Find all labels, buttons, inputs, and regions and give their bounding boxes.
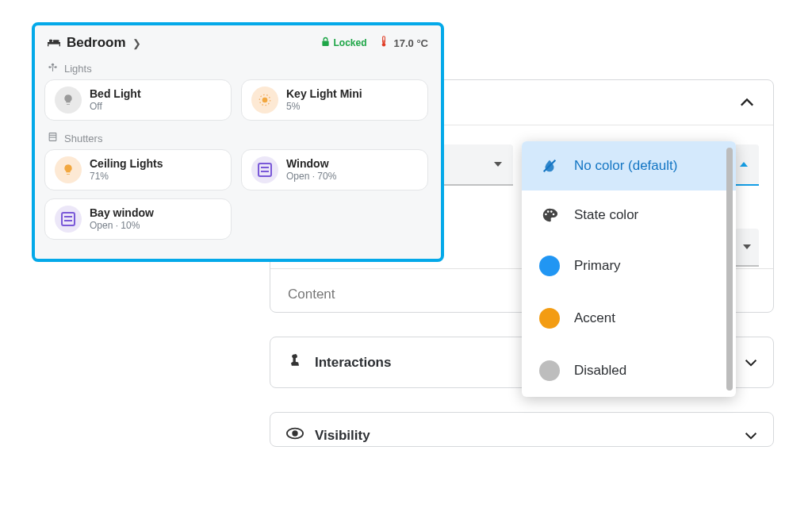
option-label: No color (default) (574, 158, 677, 174)
tile-title: Bay window (90, 206, 154, 219)
shutter-icon (251, 156, 278, 183)
bulb-on-icon (55, 156, 82, 183)
shutter-icon (55, 206, 82, 233)
option-label: Accent (574, 310, 615, 326)
tile-sub: 5% (286, 101, 362, 113)
svg-rect-2 (59, 44, 60, 47)
option-label: Disabled (574, 363, 626, 379)
svg-rect-0 (48, 42, 60, 44)
tile-title: Key Light Mini (286, 87, 362, 100)
room-title: Bedroom (67, 35, 126, 51)
chevron-down-icon (494, 162, 502, 167)
tile-key-light[interactable]: Key Light Mini 5% (241, 79, 428, 121)
tile-sub: 71% (90, 171, 163, 183)
tile-bay-window[interactable]: Bay window Open · 10% (44, 198, 232, 240)
svg-point-22 (545, 214, 547, 216)
panel-visibility: Visibility (270, 412, 774, 447)
tap-icon (286, 352, 304, 373)
swatch-primary (539, 256, 560, 276)
chevron-up-icon (740, 162, 748, 167)
svg-point-24 (550, 210, 553, 213)
svg-rect-3 (49, 40, 52, 42)
panel-visibility-header[interactable]: Visibility (270, 413, 773, 444)
chevron-down-icon (745, 429, 757, 443)
svg-point-13 (262, 98, 268, 103)
dropdown-scrollbar[interactable] (726, 148, 733, 391)
tile-sub: Open · 70% (286, 171, 336, 183)
chevron-down-icon (745, 356, 757, 370)
lights-group-icon (48, 62, 58, 75)
svg-point-10 (52, 64, 54, 66)
tile-title: Ceiling Lights (90, 157, 163, 170)
temperature-value: 17.0 °C (393, 37, 428, 49)
collapse-icon[interactable] (740, 94, 754, 111)
option-label: State color (574, 207, 638, 223)
tile-ceiling-lights[interactable]: Ceiling Lights 71% (44, 149, 232, 190)
panel-title: Interactions (315, 355, 391, 371)
tile-title: Bed Light (90, 87, 141, 100)
svg-rect-8 (384, 40, 385, 44)
color-option-accent[interactable]: Accent (522, 292, 736, 344)
panel-title: Visibility (315, 428, 370, 444)
color-option-state[interactable]: State color (522, 190, 736, 240)
section-shutters-label: Shutters (44, 129, 431, 149)
swatch-disabled (539, 360, 560, 381)
palette-icon (539, 206, 560, 224)
tile-sub: Open · 10% (90, 220, 154, 232)
no-color-icon (539, 157, 560, 175)
color-option-none[interactable]: No color (default) (522, 141, 736, 190)
section-lights-label: Lights (44, 59, 431, 79)
color-option-primary[interactable]: Primary (522, 240, 736, 292)
color-option-disabled[interactable]: Disabled (522, 344, 736, 397)
bed-icon (48, 37, 60, 49)
eye-icon (286, 427, 304, 444)
shutters-group-icon (48, 132, 58, 144)
bulb-off-icon (55, 87, 82, 114)
svg-point-20 (292, 430, 297, 436)
ring-light-icon (251, 87, 278, 114)
svg-point-23 (547, 210, 550, 213)
lock-status: Locked (321, 37, 366, 49)
tile-sub: Off (90, 101, 141, 113)
chevron-right-icon: ❯ (132, 37, 141, 49)
svg-rect-1 (48, 44, 48, 47)
lock-icon (321, 37, 330, 49)
option-label: Primary (574, 258, 621, 274)
room-header[interactable]: Bedroom ❯ Locked 17.0 °C (44, 32, 431, 59)
svg-rect-9 (52, 67, 53, 71)
svg-rect-5 (323, 41, 329, 46)
svg-point-25 (553, 214, 555, 216)
color-dropdown: No color (default) State color Primary A… (522, 141, 736, 397)
swatch-accent (539, 308, 560, 329)
tile-bed-light[interactable]: Bed Light Off (44, 79, 232, 121)
tile-window[interactable]: Window Open · 70% (241, 149, 428, 190)
svg-rect-4 (53, 40, 59, 42)
tile-title: Window (286, 157, 336, 170)
lock-label: Locked (333, 37, 366, 48)
room-preview-card: Bedroom ❯ Locked 17.0 °C Lights Bed Ligh… (32, 22, 444, 262)
thermometer-icon (381, 36, 387, 50)
